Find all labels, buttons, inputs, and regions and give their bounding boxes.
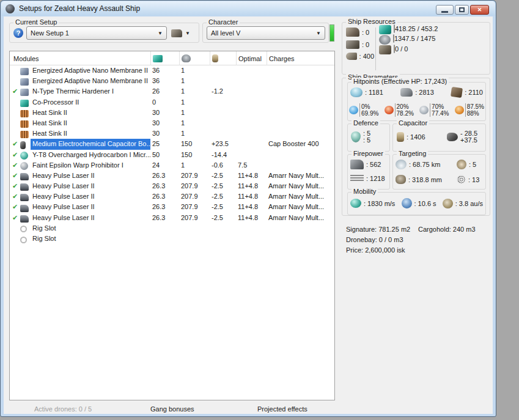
explosive-resist-icon	[455, 106, 464, 114]
signature-value: Signature: 781.25 m2	[346, 226, 410, 233]
module-optimal-value: 7.5	[236, 160, 267, 171]
module-check-icon: ✔	[10, 213, 20, 223]
modules-table: Modules Optimal Charges Energized Adapti…	[9, 51, 335, 400]
window-title: Setups for Zealot Heavy Assault Ship	[19, 4, 140, 13]
explosive-armor-resist: 88%	[467, 110, 484, 117]
maximize-icon	[459, 7, 465, 12]
module-row[interactable]: Heat Sink II 30 1	[10, 108, 334, 118]
character-dropdown[interactable]: All level V ▼	[207, 26, 325, 40]
module-charges-value	[267, 97, 334, 108]
module-row[interactable]: Heat Sink II 30 1	[10, 118, 334, 128]
rig-module-icon	[20, 226, 27, 232]
powergrid-icon	[379, 35, 391, 45]
capacitor-column-header	[210, 51, 236, 65]
module-cap-value	[210, 108, 236, 118]
armor-icon	[400, 88, 413, 97]
defence-label: Defence	[352, 119, 380, 127]
module-powergrid-value: 1	[179, 76, 210, 86]
em-resist-icon	[349, 106, 358, 114]
projected-effects-button[interactable]: Projected effects	[257, 405, 307, 413]
setup-menu-button[interactable]: ▼	[171, 26, 196, 40]
module-powergrid-value: 207.9	[179, 191, 210, 202]
setup-dropdown[interactable]: New Setup 1 ▼	[26, 26, 167, 40]
module-charges-value	[267, 234, 334, 244]
gang-bonuses-button[interactable]: Gang bonuses	[150, 405, 194, 413]
maximize-button[interactable]	[455, 5, 469, 15]
module-cap-value: -14.4	[210, 150, 236, 160]
module-charges-value: Amarr Navy Mult...	[267, 171, 334, 181]
module-cpu-value: 26.3	[150, 171, 179, 181]
hitpoints-label: Hitpoints (Effective HP: 17,243)	[352, 78, 449, 85]
module-row[interactable]: ✔ Faint Epsilon Warp Prohibitor I 24 1 -…	[10, 160, 334, 171]
hitpoints-group: Hitpoints (Effective HP: 17,243) : 1181 …	[347, 82, 486, 121]
module-cpu-value	[150, 223, 179, 234]
cargohold-value: Cargohold: 240 m3	[418, 224, 476, 235]
module-cpu-value: 0	[150, 97, 179, 108]
module-cap-value	[210, 76, 236, 86]
character-dropdown-value: All level V	[211, 29, 240, 37]
module-powergrid-value: 1	[179, 97, 210, 108]
targeting-range-icon	[396, 160, 407, 169]
module-cap-value	[210, 128, 236, 139]
module-cap-value: +23.5	[210, 139, 236, 149]
module-powergrid-value: 207.9	[179, 181, 210, 191]
cap-delta-plus: +37.5	[460, 137, 477, 144]
module-row[interactable]: ✔ Heavy Pulse Laser II 26.3 207.9 -2.5 1…	[10, 181, 334, 191]
module-row[interactable]: ✔ Heavy Pulse Laser II 26.3 207.9 -2.5 1…	[10, 202, 334, 212]
module-row[interactable]: Co-Processor II 0 1	[10, 97, 334, 108]
module-row[interactable]: ✔ N-Type Thermic Hardener I 26 1 -1.2	[10, 86, 334, 97]
module-powergrid-value	[179, 223, 210, 234]
status-bar: Active drones: 0 / 5 Gang bonuses Projec…	[4, 402, 493, 414]
module-row[interactable]: Energized Adaptive Nano Membrane II 36 1	[10, 76, 334, 86]
module-optimal-value: 11+4.8	[236, 213, 267, 223]
module-row[interactable]: Energized Adaptive Nano Membrane II 36 1	[10, 65, 334, 76]
module-cpu-value: 36	[150, 76, 179, 86]
launcher-hardpoints-value: : 0	[362, 41, 369, 48]
optimal-column-header: Optimal	[236, 51, 267, 65]
module-name: Rig Slot	[31, 234, 150, 244]
cpu-column-header	[150, 51, 179, 65]
close-button[interactable]: ✕	[470, 5, 489, 15]
module-powergrid-value: 1	[179, 160, 210, 171]
module-powergrid-value: 207.9	[179, 202, 210, 212]
module-optimal-value	[236, 118, 267, 128]
heatsink-module-icon	[20, 120, 29, 128]
shield-icon	[350, 87, 363, 97]
module-row[interactable]: ✔ Heavy Pulse Laser II 26.3 207.9 -2.5 1…	[10, 171, 334, 181]
chevron-down-icon: ▼	[316, 31, 321, 36]
em-armor-resist: 69.9%	[361, 110, 378, 117]
module-optimal-value	[236, 86, 267, 97]
module-powergrid-value: 150	[179, 150, 210, 160]
minimize-button[interactable]	[436, 5, 454, 15]
kinetic-shield-resist: 70%	[432, 103, 449, 110]
ship-icon	[171, 29, 182, 37]
module-name: Medium Electrochemical Capacitor Bo...	[31, 139, 150, 149]
module-charges-value	[267, 223, 334, 234]
laser-module-icon	[20, 205, 29, 212]
title-bar[interactable]: Setups for Zealot Heavy Assault Ship ✕	[1, 1, 495, 16]
module-cpu-value: 26	[150, 86, 179, 97]
module-charges-value	[267, 128, 334, 139]
module-cap-value	[210, 97, 236, 108]
module-optimal-value: 11+4.8	[236, 202, 267, 212]
ship-parameters-group: Ship Parameters Hitpoints (Effective HP:…	[342, 78, 490, 216]
module-row[interactable]: ✔ Heavy Pulse Laser II 26.3 207.9 -2.5 1…	[10, 213, 334, 223]
module-row[interactable]: ✔ Y-T8 Overcharged Hydrocarbon I Micr...…	[10, 150, 334, 160]
warp-speed-value: : 3.8 au/s	[455, 200, 483, 207]
thermal-armor-resist: 78.2%	[397, 110, 414, 117]
module-cap-value: -2.5	[210, 202, 236, 212]
module-row[interactable]: Rig Slot	[10, 234, 334, 244]
defence-value-2: : 5	[363, 137, 370, 144]
module-row[interactable]: Rig Slot	[10, 223, 334, 234]
module-row[interactable]: Heat Sink II 30 1	[10, 128, 334, 139]
module-powergrid-value: 1	[179, 108, 210, 118]
app-window: Setups for Zealot Heavy Assault Ship ✕ C…	[0, 0, 496, 417]
module-row[interactable]: ✔ Heavy Pulse Laser II 26.3 207.9 -2.5 1…	[10, 191, 334, 202]
capacitor-icon	[397, 132, 404, 142]
module-row[interactable]: ✔ Medium Electrochemical Capacitor Bo...…	[10, 139, 334, 149]
cpu-usage-value: 418.25 / 453.2	[395, 25, 438, 32]
coprocessor-module-icon	[20, 100, 29, 107]
modules-table-header: Modules Optimal Charges	[10, 51, 334, 65]
module-cpu-value: 26.3	[150, 213, 179, 223]
help-icon[interactable]: ?	[13, 28, 23, 38]
